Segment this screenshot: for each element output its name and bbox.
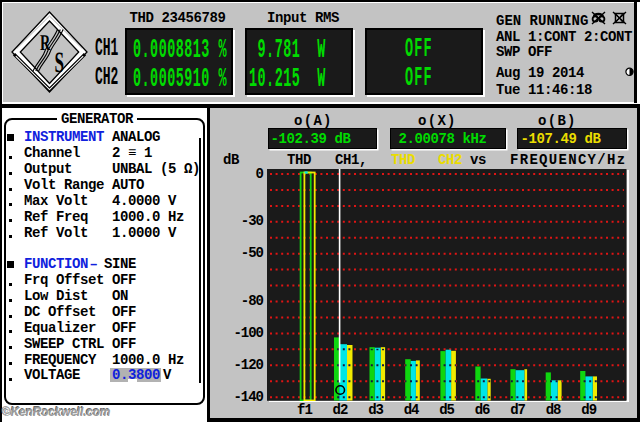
svg-text:S: S xyxy=(55,47,65,79)
svg-text:R: R xyxy=(40,30,51,55)
